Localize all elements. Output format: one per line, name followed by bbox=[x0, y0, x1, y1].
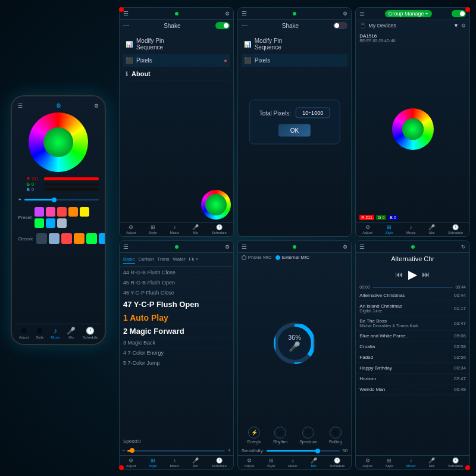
b-track[interactable] bbox=[44, 188, 99, 191]
bnav-style-1[interactable]: ⊞Style bbox=[149, 224, 156, 234]
song-8[interactable]: Horizon 02:47 bbox=[356, 374, 469, 384]
prev-btn[interactable]: ⏮ bbox=[395, 270, 403, 279]
r-track[interactable] bbox=[44, 177, 99, 180]
devices-expand-icon[interactable]: ▼ bbox=[453, 23, 459, 29]
group-toggle[interactable] bbox=[452, 10, 466, 17]
bnav-style-4[interactable]: ⊞Style bbox=[149, 458, 156, 468]
bnav-style-5[interactable]: ⊞Style bbox=[267, 458, 275, 468]
bnav-music-5[interactable]: ♪Music bbox=[288, 458, 298, 468]
bnav-mic-3[interactable]: 🎤Mic bbox=[428, 224, 435, 234]
play-btn[interactable]: ▶ bbox=[408, 267, 417, 281]
mic-mode-energic[interactable]: ⚡ Energic bbox=[248, 427, 262, 444]
swatch-red[interactable] bbox=[57, 207, 67, 217]
phone-color-wheel[interactable] bbox=[29, 112, 88, 172]
nav-mic[interactable]: 🎤 Mic bbox=[67, 327, 76, 339]
swatch-gray[interactable] bbox=[57, 218, 67, 228]
modify-pin-item[interactable]: 📊 Modify PinSequence bbox=[123, 35, 230, 54]
mic-mode-rhythm[interactable]: ♫ Rhythm bbox=[273, 427, 287, 444]
effect-45[interactable]: 45 R-G-B Flush Open bbox=[123, 278, 230, 288]
pixels-modify-pin[interactable]: 📊 Modify PinSequence bbox=[242, 35, 348, 54]
bnav-style-3[interactable]: ⊞Style bbox=[386, 224, 393, 234]
group-manage-badge[interactable]: Group Manage + bbox=[385, 10, 432, 17]
song-1[interactable]: Alternative Christmas 00:44 bbox=[356, 290, 469, 301]
device-item-1[interactable]: DA1516 BE:EF:05:29:4D:48 bbox=[356, 32, 469, 45]
bnav-mic-5[interactable]: 🎤Mic bbox=[311, 458, 317, 468]
tab-more[interactable]: Fk > bbox=[189, 255, 199, 264]
nav-music[interactable]: ♪ Music bbox=[51, 327, 60, 339]
bnav-mic-1[interactable]: 🎤Mic bbox=[192, 224, 199, 234]
effect-46[interactable]: 46 Y-C-P Flush Close bbox=[123, 288, 230, 298]
classic-swatch-2[interactable] bbox=[49, 233, 60, 244]
effect-autoplay[interactable]: 1 Auto Play bbox=[123, 311, 230, 325]
nav-adjust[interactable]: ⚙ Adjust bbox=[19, 327, 29, 339]
sensitivity-slider[interactable] bbox=[267, 450, 340, 452]
bnav-adjust-6[interactable]: ⚙Adjust bbox=[362, 458, 372, 468]
bnav-adjust-1[interactable]: ⚙Adjust bbox=[126, 224, 136, 234]
mic-mode-rolling[interactable]: ↻ Rolling bbox=[329, 427, 342, 444]
tab-trans[interactable]: Trans bbox=[157, 255, 169, 264]
song-7[interactable]: Happy Birthday 00:34 bbox=[356, 363, 469, 374]
classic-swatch-3[interactable] bbox=[61, 233, 72, 244]
song-4[interactable]: Blue and White Porce... 05:06 bbox=[356, 331, 469, 342]
swatch-yellow[interactable] bbox=[80, 207, 89, 217]
swatch-pink[interactable] bbox=[46, 207, 55, 217]
bnav-schedule-1[interactable]: 🕐Schedule bbox=[212, 224, 227, 234]
mic-mode-spectrum[interactable]: 〰 Spectrum bbox=[299, 427, 317, 444]
bnav-sched-4[interactable]: 🕐Schedule bbox=[212, 458, 227, 468]
mic-external-option[interactable]: External MIC bbox=[275, 255, 309, 260]
song-6[interactable]: Faded 02:56 bbox=[356, 352, 469, 363]
swatch-purple[interactable] bbox=[35, 207, 44, 217]
effect-magic-fwd[interactable]: 2 Magic Forward bbox=[123, 325, 230, 338]
bnav-sched-6[interactable]: 🕐Schedule bbox=[448, 458, 463, 468]
bnav-music-1[interactable]: ♪Music bbox=[170, 224, 179, 234]
song-3[interactable]: Be The BossMichal Dvorakies & Tomas Kark… bbox=[356, 316, 469, 331]
classic-swatch-5[interactable] bbox=[86, 233, 97, 244]
group-color-wheel[interactable] bbox=[392, 108, 434, 150]
effect-7jump[interactable]: 5 7-Color Jump bbox=[123, 358, 230, 368]
g-track[interactable] bbox=[44, 183, 99, 186]
brightness-slider[interactable] bbox=[24, 199, 99, 201]
devices-settings-icon[interactable]: ⚙ bbox=[461, 23, 466, 29]
tab-curtain[interactable]: Curtain bbox=[139, 255, 154, 264]
tab-water[interactable]: Water bbox=[173, 255, 186, 264]
next-btn[interactable]: ⏭ bbox=[422, 270, 430, 279]
color-wheel-1[interactable] bbox=[201, 190, 231, 220]
bnav-music-6[interactable]: ♪Music bbox=[406, 458, 416, 468]
shake-toggle-2[interactable] bbox=[333, 22, 347, 29]
bnav-sched-5[interactable]: 🕐Schedule bbox=[330, 458, 345, 468]
tab-basic[interactable]: Basic bbox=[123, 255, 135, 264]
nav-style[interactable]: ⊞ Style bbox=[36, 327, 43, 339]
bnav-mic-6[interactable]: 🎤Mic bbox=[428, 458, 435, 468]
effect-magic-back[interactable]: 3 Magic Back bbox=[123, 338, 230, 348]
bnav-style-6[interactable]: ⊞Style bbox=[386, 458, 393, 468]
nav-schedule[interactable]: 🕐 Schedule bbox=[83, 327, 98, 339]
dialog-ok-button[interactable]: OK bbox=[278, 124, 311, 137]
pixels-pixels-item[interactable]: ⬛ Pixels bbox=[242, 54, 348, 67]
song-5[interactable]: Croatia 02:58 bbox=[356, 342, 469, 352]
swatch-green[interactable] bbox=[35, 218, 44, 228]
bnav-sched-3[interactable]: 🕐Schedule bbox=[448, 224, 463, 234]
about-item[interactable]: ℹ About bbox=[123, 67, 230, 81]
bnav-adjust-3[interactable]: ⚙Adjust bbox=[362, 224, 372, 234]
speed-slider[interactable] bbox=[127, 450, 225, 452]
bnav-mic-4[interactable]: 🎤Mic bbox=[192, 458, 199, 468]
swatch-blue[interactable] bbox=[46, 218, 55, 228]
effect-47[interactable]: 47 Y-C-P Flush Open bbox=[123, 298, 230, 311]
bnav-music-4[interactable]: ♪Music bbox=[170, 458, 179, 468]
effect-7color[interactable]: 4 7-Color Energy bbox=[123, 348, 230, 358]
classic-swatch-4[interactable] bbox=[74, 233, 84, 244]
pixels-item[interactable]: ⬛ Pixels ● bbox=[123, 54, 230, 67]
bnav-adjust-5[interactable]: ⚙Adjust bbox=[245, 458, 255, 468]
bnav-music-3[interactable]: ♪Music bbox=[406, 224, 416, 234]
mic-phone-option[interactable]: Phone MIC bbox=[242, 255, 272, 260]
swatch-orange[interactable] bbox=[68, 207, 78, 217]
effect-44[interactable]: 44 R-G-B Flush Close bbox=[123, 268, 230, 278]
shake-toggle[interactable] bbox=[215, 22, 230, 29]
dialog-input[interactable]: 10÷1000 bbox=[296, 108, 330, 118]
progress-track[interactable] bbox=[372, 287, 453, 288]
bnav-adjust-4[interactable]: ⚙Adjust bbox=[126, 458, 136, 468]
song-9[interactable]: Weirdo Man 00:48 bbox=[356, 384, 469, 395]
classic-swatch-1[interactable] bbox=[36, 233, 47, 244]
classic-swatch-6[interactable] bbox=[99, 233, 106, 244]
song-2[interactable]: An Island ChristmasDigital Juice 01:17 bbox=[356, 301, 469, 316]
